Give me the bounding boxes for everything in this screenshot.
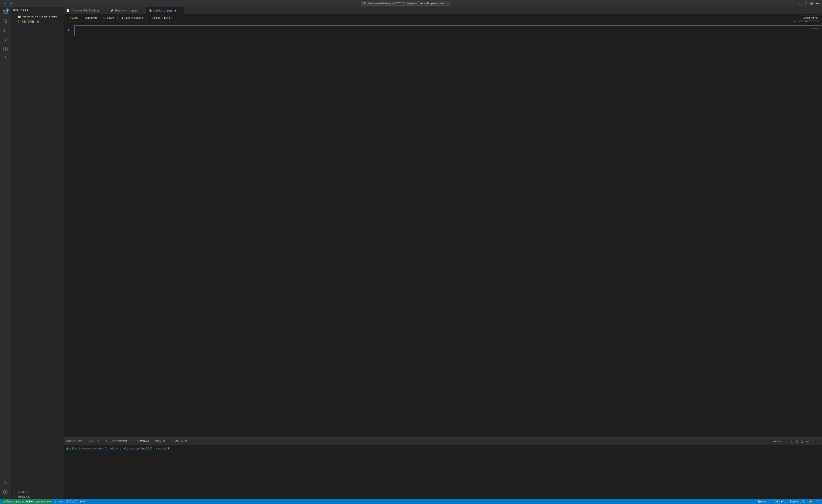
more-button[interactable]: ⋯ [815, 1, 820, 6]
svg-line-1 [6, 22, 7, 23]
svg-line-6 [4, 30, 6, 32]
activity-run[interactable] [1, 35, 10, 44]
cell-gutter: ▶ [64, 25, 74, 32]
activity-explorer[interactable]: 1 [1, 8, 10, 16]
terminal-prompt-char: $ [167, 447, 169, 450]
tab-notebook-label: Untitled-1.ipynb [153, 9, 173, 12]
cell-more-button[interactable]: ⋯ [810, 21, 814, 23]
spaces-label: Spaces: 4 [758, 500, 769, 503]
error-icon: ⓘ [66, 500, 69, 504]
outline-button[interactable]: Untitled-1.ipynb [148, 15, 173, 21]
codespaces-button[interactable]: ☁ Codespaces: probable space memory [2, 499, 52, 504]
readme-filename: README.md [22, 20, 39, 23]
panel-tab-output[interactable]: OUTPUT [85, 438, 102, 445]
tab-bar: 📄 [Preview] README.md × ⚡ Extension: Jup… [64, 7, 822, 14]
panel-tab-terminal[interactable]: TERMINAL [132, 438, 152, 445]
chevron-right-icon-timeline: › [13, 496, 17, 498]
branch-icon: ⌷ [54, 500, 56, 503]
plus-icon: + [67, 16, 69, 19]
select-kernel-button[interactable]: Select Kernel [801, 15, 820, 21]
customize-layout-button[interactable]: □ [798, 1, 803, 6]
add-code-label: + Code [70, 16, 78, 19]
tab-readme[interactable]: 📄 [Preview] README.md × [64, 7, 108, 14]
status-bar-left: ☁ Codespaces: probable space memory ⌷ ma… [2, 499, 86, 504]
notebook-file-icon: 📚 [149, 9, 152, 12]
tab-notebook[interactable]: 📚 Untitled-1.ipynb × [146, 7, 184, 14]
tab-jupyter[interactable]: ⚡ Extension: Jupyter × [108, 7, 146, 14]
activity-search[interactable] [1, 17, 10, 26]
cell-status[interactable]: Cell 1 of 1 [773, 499, 787, 504]
terminal-space [153, 447, 155, 450]
branch-status[interactable]: ⌷ main [53, 499, 63, 504]
terminal-dropdown-button[interactable]: ⌄ [783, 439, 788, 443]
panel-tab-problems[interactable]: PROBLEMS [64, 438, 85, 445]
activity-source-control[interactable] [1, 26, 10, 35]
editor-area: 📄 [Preview] README.md × ⚡ Extension: Jup… [64, 7, 822, 499]
cell-delete-button[interactable]: 🗑 [815, 21, 820, 23]
codespaces-label: Codespaces: probable space memory [6, 500, 51, 503]
split-terminal-button[interactable]: ▦ [795, 439, 799, 443]
notebook-toolbar: + + Code + Markdown ▷ Run All ⊟ Clear Al… [64, 14, 822, 21]
svg-rect-8 [3, 47, 5, 49]
panel-close-button[interactable]: × [816, 439, 820, 443]
toggle-panel-button[interactable]: ▣ [809, 1, 814, 6]
activity-account[interactable] [1, 478, 10, 487]
toggle-sidebar-button[interactable]: ▢ [803, 1, 808, 6]
new-terminal-button[interactable]: + [789, 439, 794, 443]
cell-split-button[interactable]: ▦ [804, 21, 809, 23]
sidebar: Explorer ⋯ ⌄ 📁 FIN-DATA-ANALYSIS-SPRING2… [11, 7, 64, 499]
errors-status[interactable]: ⓘ 0 △ 0 [65, 499, 77, 504]
title-bar-nav: ← → [2, 1, 13, 6]
cell-run-above-button[interactable]: ▶ [792, 21, 797, 23]
title-bar-search[interactable]: 🔍 fin-data-analysis-spring2025 [Codespac… [361, 1, 450, 6]
errors-count: 0 [70, 500, 71, 503]
toolbar-separator-1 [100, 16, 100, 20]
add-code-button[interactable]: + + Code [65, 15, 80, 21]
forward-button[interactable]: → [8, 1, 13, 6]
sidebar-timeline-section[interactable]: › TIMELINE [11, 494, 64, 499]
clear-outputs-label: ⊟ Clear All Outputs [121, 16, 143, 19]
panel-more-button[interactable]: ⋯ [805, 439, 810, 443]
timeline-label: TIMELINE [18, 495, 30, 498]
outline-label: OUTLINE [18, 491, 29, 493]
cell-editor[interactable] [74, 25, 822, 36]
run-all-button[interactable]: ▷ Run All [101, 15, 116, 21]
spaces-status[interactable]: Spaces: 4 [757, 499, 770, 504]
svg-line-5 [4, 29, 6, 30]
panel-tab-debug[interactable]: DEBUG CONSOLE [102, 438, 132, 445]
activity-extensions[interactable] [1, 45, 10, 53]
add-markdown-button[interactable]: + Markdown [80, 15, 98, 21]
new-file-button[interactable]: ⋯ [57, 8, 61, 12]
sidebar-title: Explorer [13, 9, 28, 12]
tab-modified-dot [174, 10, 176, 11]
info-icon: ⓘ [17, 20, 20, 23]
panel-tab-ports[interactable]: PORTS [152, 438, 168, 445]
python-label: Python [812, 27, 819, 30]
activity-testing[interactable] [1, 54, 10, 63]
notifications-count: 0 [83, 500, 85, 503]
panel-maximize-button[interactable]: ⌃ [811, 439, 815, 443]
explorer-readme-file[interactable]: ⓘ README.md [11, 19, 64, 24]
activity-bar-top: 1 [1, 8, 10, 478]
back-button[interactable]: ← [2, 1, 7, 6]
explorer-project-folder[interactable]: ⌄ 📁 FIN-DATA-ANALYSIS-SPRING2025 [CODESP… [11, 14, 64, 19]
tab-readme-label: [Preview] README.md [71, 9, 100, 12]
svg-point-3 [4, 31, 5, 32]
layout-label: Layout: U.S. [790, 500, 805, 503]
panel-tab-comments[interactable]: COMMENTS [168, 438, 190, 445]
status-bar: ☁ Codespaces: probable space memory ⌷ ma… [0, 499, 822, 504]
terminal-icon: ▶ [774, 440, 776, 443]
parens-status[interactable]: ( ) [816, 499, 820, 504]
explorer-badge: 1 [6, 8, 9, 11]
activity-settings[interactable] [1, 488, 10, 496]
cell-top-actions: ▶ ▶▶ ▦ ⋯ 🗑 [792, 21, 820, 23]
cell-run-and-advance-button[interactable]: ▶▶ [798, 21, 803, 23]
cell-execute-button[interactable]: ▶ [66, 27, 72, 32]
bell-status[interactable]: 🔔 [808, 499, 813, 504]
sidebar-outline-section[interactable]: › OUTLINE [11, 489, 64, 494]
clear-outputs-button[interactable]: ⊟ Clear All Outputs [119, 15, 145, 21]
layout-status[interactable]: Layout: U.S. [789, 499, 806, 504]
notifications-status[interactable]: ☍ 0 [79, 499, 86, 504]
branch-label: main [57, 500, 62, 503]
kill-terminal-button[interactable]: 🗑 [800, 439, 804, 443]
